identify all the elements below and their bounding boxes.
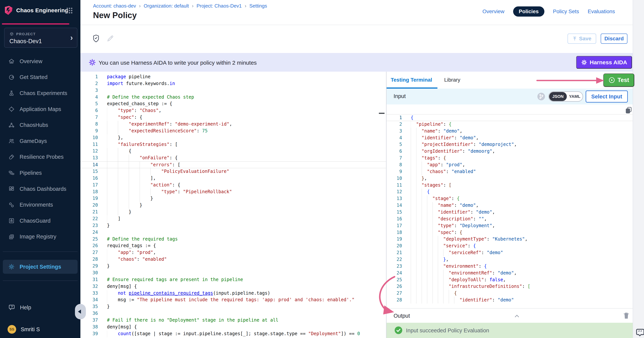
code-line-6[interactable]: 6"orgIdentifier": "demoorg", [386, 148, 633, 155]
code-line-3[interactable]: 3"name": "demo", [386, 128, 633, 135]
input-json-editor[interactable]: 1{2"pipeline": {3"name": "demo",4"identi… [386, 104, 633, 308]
code-line-14[interactable]: 14"name": "demo", [386, 202, 633, 209]
tab-testing-terminal[interactable]: Testing Terminal [391, 77, 432, 83]
code-line-3[interactable]: 3 [80, 87, 386, 94]
code-line-10[interactable]: 10}, [386, 175, 633, 182]
code-line-24[interactable]: 24"environmentRef": "demo", [386, 270, 633, 276]
code-line-35[interactable]: 35} [80, 303, 386, 310]
code-line-1[interactable]: 1package pipeline [80, 74, 386, 80]
module-grid-icon[interactable] [66, 7, 73, 14]
sidebar-item-chaos-experiments[interactable]: Chaos Experiments [0, 85, 80, 101]
code-line-29[interactable]: 29} [80, 263, 386, 269]
code-line-30[interactable]: 30 [80, 269, 386, 276]
code-line-28[interactable]: 28"chaos": "enabled" [80, 256, 386, 263]
code-line-1[interactable]: 1{ [386, 114, 633, 121]
code-line-10[interactable]: 10}, [80, 134, 386, 141]
sidebar-item-overview[interactable]: Overview [0, 53, 80, 69]
breadcrumb-link[interactable]: Account: chaos-dev [93, 3, 136, 9]
code-line-34[interactable]: 34msg := "The pipeline must include the … [80, 296, 386, 303]
sidebar-item-resilience-probes[interactable]: Resilience Probes [0, 149, 80, 165]
help-button[interactable]: ? Help [8, 304, 31, 311]
code-line-5[interactable]: 5"projectIdentifier": "demoproject", [386, 141, 633, 148]
tab-library[interactable]: Library [444, 77, 460, 83]
code-line-2[interactable]: 2import future.keywords.in [80, 80, 386, 87]
code-line-13[interactable]: 13"stage": { [386, 195, 633, 202]
code-line-4[interactable]: 4"identifier": "demo", [386, 135, 633, 141]
code-line-9[interactable]: 9"chaos": "enabled" [386, 168, 633, 175]
code-line-25[interactable]: 25"deployToAll": false, [386, 276, 633, 283]
code-line-24[interactable]: 24 [80, 229, 386, 236]
code-line-4[interactable]: 4# Define the expected Chaos step [80, 94, 386, 101]
code-line-14[interactable]: 14"errors": [ [80, 161, 386, 168]
support-chat-icon[interactable] [635, 328, 644, 337]
sidebar-item-project-settings[interactable]: Project Settings [3, 260, 78, 274]
code-line-11[interactable]: 11"failureStrategies": [ [80, 141, 386, 148]
tab-evaluations[interactable]: Evaluations [588, 9, 615, 15]
toggle-option-json[interactable]: JSON [549, 92, 567, 101]
sidebar-item-get-started[interactable]: Get Started [0, 69, 80, 85]
code-line-11[interactable]: 11"stages": [ [386, 182, 633, 189]
policy-shield-check-icon[interactable] [92, 34, 100, 43]
sidebar-item-application-maps[interactable]: Application Maps [0, 101, 80, 117]
code-line-17[interactable]: 17"type": "Deployment", [386, 222, 633, 229]
code-line-16[interactable]: 16], [80, 175, 386, 182]
code-line-22[interactable]: 22] [80, 215, 386, 222]
code-line-7[interactable]: 7"spec": { [80, 114, 386, 121]
code-line-28[interactable]: 28"identifier": "demo" [386, 297, 633, 303]
code-line-13[interactable]: 13"onFailure": { [80, 155, 386, 161]
sidebar-item-image-registry[interactable]: Image Registry [0, 229, 80, 245]
user-menu[interactable]: SS Smriti S [8, 325, 40, 334]
breadcrumb-link[interactable]: Organization: default [144, 3, 189, 9]
code-line-8[interactable]: 8"app": "prod", [386, 162, 633, 168]
git-branch-icon[interactable] [537, 92, 545, 101]
trash-icon[interactable] [622, 312, 630, 320]
code-line-5[interactable]: 5expected_chaos_step := { [80, 101, 386, 107]
tab-policy-sets[interactable]: Policy Sets [553, 9, 579, 15]
sidebar-item-chaosguard[interactable]: ChaosGuard [0, 213, 80, 229]
discard-button[interactable]: Discard [601, 34, 628, 44]
code-line-32[interactable]: 32deny[msg] { [80, 283, 386, 290]
code-line-26[interactable]: 26"infrastructureDefinitions": [ [386, 283, 633, 290]
code-line-12[interactable]: 12{ [80, 148, 386, 155]
code-line-39[interactable]: 39count([stage | stage := input.pipeline… [80, 330, 386, 337]
code-line-26[interactable]: 26required_tags := { [80, 242, 386, 249]
code-line-36[interactable]: 36 [80, 310, 386, 317]
save-button[interactable]: Save [568, 34, 596, 44]
tab-overview[interactable]: Overview [482, 9, 504, 15]
code-line-15[interactable]: 15"PolicyEvaluationFailure" [80, 168, 386, 175]
code-line-2[interactable]: 2"pipeline": { [386, 121, 633, 128]
project-selector[interactable]: PROJECT Chaos-Dev1 › [4, 28, 78, 48]
sidebar-item-environments[interactable]: Environments [0, 197, 80, 213]
tab-policies[interactable]: Policies [513, 7, 544, 17]
code-line-37[interactable]: 37# Fail if there is no "Deployment" sta… [80, 317, 386, 324]
code-line-19[interactable]: 19} [80, 195, 386, 202]
code-line-31[interactable]: 31# Ensure required tags are present in … [80, 276, 386, 283]
sidebar-item-gamedays[interactable]: GameDays [0, 133, 80, 149]
code-line-9[interactable]: 9"expectedResilienceScore": 75 [80, 128, 386, 134]
code-line-23[interactable]: 23} [80, 222, 386, 229]
code-line-21[interactable]: 21} [80, 209, 386, 215]
code-line-6[interactable]: 6"type": "Chaos", [80, 107, 386, 114]
select-input-button[interactable]: Select Input [586, 91, 628, 103]
test-button[interactable]: Test [603, 74, 634, 87]
code-line-20[interactable]: 20} [80, 202, 386, 209]
code-line-27[interactable]: 27"app": "prod", [80, 249, 386, 256]
code-line-25[interactable]: 25# Define the required tags [80, 236, 386, 243]
code-line-21[interactable]: 21"serviceRef": "demo" [386, 249, 633, 256]
code-line-38[interactable]: 38deny[msg] { [80, 324, 386, 330]
toggle-option-yaml[interactable]: YAML [567, 94, 582, 99]
code-line-17[interactable]: 17"action": { [80, 182, 386, 188]
code-line-8[interactable]: 8"experimentRef": "demo-experiment-id", [80, 121, 386, 128]
code-line-15[interactable]: 15"identifier": "demo", [386, 209, 633, 216]
format-toggle[interactable]: JSON YAML [548, 91, 583, 102]
breadcrumb-link[interactable]: Project: Chaos-Dev1 [196, 3, 242, 9]
copy-icon[interactable] [625, 106, 633, 114]
edit-pencil-icon[interactable] [106, 35, 114, 42]
code-line-23[interactable]: 23"environment": { [386, 263, 633, 270]
code-line-16[interactable]: 16"description": "", [386, 216, 633, 222]
code-line-18[interactable]: 18"type": "PipelineRollback" [80, 188, 386, 195]
code-line-20[interactable]: 20"service": { [386, 243, 633, 249]
code-line-22[interactable]: 22}, [386, 256, 633, 263]
harness-aida-button[interactable]: Harness AIDA [576, 56, 632, 69]
code-line-33[interactable]: 33not pipeline_contains_required_tags(in… [80, 290, 386, 297]
